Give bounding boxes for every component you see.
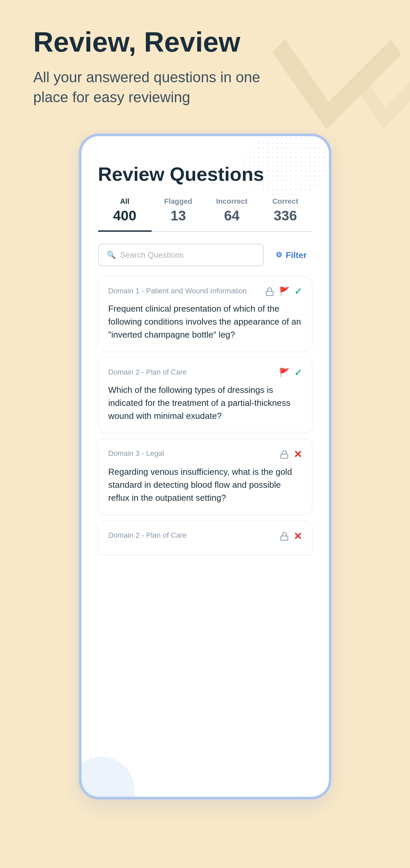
card-icons: ✕ [280,448,302,460]
tab-all-label: All [98,197,151,206]
question-text: Frequent clinical presentation of which … [108,302,302,341]
hero-subtitle: All your answered questions in one place… [33,67,266,107]
card-domain: Domain 3 - Legal [108,448,274,459]
tab-all[interactable]: All 400 [98,197,151,232]
lock-icon [265,287,274,296]
tab-flagged-label: Flagged [151,197,205,206]
review-questions-title: Review Questions [98,163,312,185]
tab-incorrect-count: 64 [205,208,259,224]
tab-incorrect-label: Incorrect [205,197,259,206]
check-icon: ✓ [294,286,302,297]
filter-label: Filter [286,250,307,260]
phone-mockup: Review Questions All 400 Flagged 13 Inco… [79,133,332,799]
tabs-row: All 400 Flagged 13 Incorrect 64 Correct … [98,197,312,232]
card-header: Domain 2 - Plan of Care ✕ [108,530,302,542]
lock-icon [280,450,289,459]
search-bar[interactable]: 🔍 Search Questions [98,244,264,266]
tab-correct-label: Correct [259,197,312,206]
hero-title: Review, Review [33,27,377,57]
search-filter-row: 🔍 Search Questions ⚙ Filter [98,244,312,266]
question-text: Regarding venous insufficiency, what is … [108,465,302,504]
svg-rect-2 [281,536,287,540]
card-header: Domain 1 - Patient and Wound Information… [108,286,302,297]
card-domain: Domain 2 - Plan of Care [108,367,274,378]
svg-rect-1 [281,454,287,459]
tab-correct[interactable]: Correct 336 [259,197,312,231]
phone-container: Review Questions All 400 Flagged 13 Inco… [0,133,410,799]
card-domain: Domain 2 - Plan of Care [108,530,274,541]
tab-flagged[interactable]: Flagged 13 [151,197,205,231]
tab-flagged-count: 13 [151,208,205,224]
question-text: Which of the following types of dressing… [108,383,302,423]
question-card-partial[interactable]: Domain 2 - Plan of Care ✕ [98,521,312,554]
svg-rect-0 [266,291,273,296]
flag-icon: 🚩 [279,368,289,378]
x-icon: ✕ [294,448,302,460]
question-card[interactable]: Domain 3 - Legal ✕ Regarding venous insu… [98,439,312,514]
hero-section: Review, Review All your answered questio… [0,0,410,127]
question-card[interactable]: Domain 1 - Patient and Wound Information… [98,276,312,351]
card-header: Domain 2 - Plan of Care 🚩 ✓ [108,367,302,378]
card-icons: 🚩 ✓ [279,367,302,378]
card-icons: ✕ [280,530,302,542]
tab-incorrect[interactable]: Incorrect 64 [205,197,259,231]
card-domain: Domain 1 - Patient and Wound Information [108,286,260,296]
search-icon: 🔍 [107,251,116,259]
card-icons: 🚩 ✓ [265,286,302,297]
phone-inner: Review Questions All 400 Flagged 13 Inco… [81,136,329,571]
question-card[interactable]: Domain 2 - Plan of Care 🚩 ✓ Which of the… [98,358,312,432]
x-icon: ✕ [294,530,302,542]
filter-icon: ⚙ [276,251,282,259]
lock-icon [280,532,289,541]
tab-correct-count: 336 [259,208,312,224]
flag-icon: 🚩 [279,286,289,297]
search-placeholder: Search Questions [121,250,184,260]
tab-all-count: 400 [98,208,151,224]
filter-button[interactable]: ⚙ Filter [270,245,312,265]
check-icon: ✓ [294,367,302,378]
card-header: Domain 3 - Legal ✕ [108,448,302,460]
phone-decoration-circle [79,757,135,799]
